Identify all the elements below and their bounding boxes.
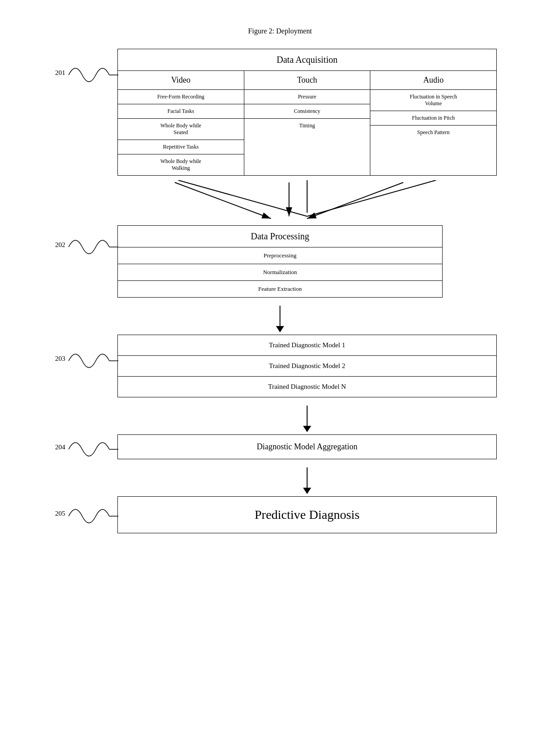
arrow-202-203 [117, 302, 443, 332]
predictive-block: Predictive Diagnosis [117, 496, 497, 533]
arrows-201-202 [117, 180, 497, 225]
dp-item-preprocessing: Preprocessing [118, 247, 442, 264]
diagram-container: Figure 2: Deployment 201 Data Acquisitio… [0, 0, 560, 560]
arrow-203-204 [117, 402, 497, 432]
aggregation-block: Diagnostic Model Aggregation [117, 434, 497, 459]
arrow-204-205 [117, 464, 497, 494]
da-item-consistency: Consistency [244, 104, 370, 119]
da-item-freeform: Free-Form Recording [118, 90, 244, 104]
da-item-repetitive: Repetitive Tasks [118, 140, 244, 154]
tm-item-1: Trained Diagnostic Model 1 [118, 335, 496, 356]
da-item-pitch: Fluctuation in Pitch [370, 111, 496, 126]
da-item-wholebody-walking: Whole Body whileWalking [118, 154, 244, 175]
da-col-header-video: Video [118, 71, 244, 90]
da-col-video: Video Free-Form Recording Facial Tasks W… [118, 71, 244, 175]
section-203: 203 Trained Diagnostic Model 1 Trained D… [27, 335, 533, 397]
da-col-touch: Touch Pressure Consistency Timing [244, 71, 371, 175]
da-columns: Video Free-Form Recording Facial Tasks W… [118, 71, 496, 175]
section-204: 204 Diagnostic Model Aggregation [27, 434, 533, 459]
da-col-header-touch: Touch [244, 71, 370, 90]
da-item-wholebody-seated: Whole Body whileSeated [118, 119, 244, 140]
section-202: 202 Data Processing Preprocessing Normal… [27, 225, 533, 298]
da-item-facial: Facial Tasks [118, 104, 244, 119]
da-item-speech-volume: Fluctuation in SpeechVolume [370, 90, 496, 111]
tm-item-2: Trained Diagnostic Model 2 [118, 356, 496, 377]
dp-item-feature: Feature Extraction [118, 281, 442, 297]
section-201: 201 Data Acquisition Video Free-Form Rec… [27, 49, 533, 176]
dp-item-normalization: Normalization [118, 264, 442, 281]
da-item-pressure: Pressure [244, 90, 370, 104]
squiggle-203 [64, 347, 118, 374]
da-header: Data Acquisition [118, 49, 496, 71]
section-205: 205 Predictive Diagnosis [27, 496, 533, 533]
data-processing-block: Data Processing Preprocessing Normalizat… [117, 225, 443, 298]
da-item-timing: Timing [244, 119, 370, 133]
squiggle-205 [64, 503, 118, 530]
arrows-svg2 [117, 180, 497, 225]
trained-models-block: Trained Diagnostic Model 1 Trained Diagn… [117, 335, 497, 397]
svg-line-9 [307, 182, 403, 219]
da-item-speech-pattern: Speech Pattern [370, 126, 496, 140]
aggregation-label: Diagnostic Model Aggregation [257, 442, 358, 451]
data-acquisition-block: Data Acquisition Video Free-Form Recordi… [117, 49, 497, 176]
tm-item-n: Trained Diagnostic Model N [118, 377, 496, 397]
squiggle-204 [64, 436, 118, 463]
da-col-audio: Audio Fluctuation in SpeechVolume Fluctu… [370, 71, 496, 175]
predictive-label: Predictive Diagnosis [255, 508, 360, 522]
squiggle-201 [64, 61, 118, 89]
da-col-header-audio: Audio [370, 71, 496, 90]
dp-header: Data Processing [118, 226, 442, 247]
svg-line-7 [175, 182, 271, 219]
squiggle-202 [64, 233, 118, 261]
page-title: Figure 2: Deployment [27, 27, 533, 35]
